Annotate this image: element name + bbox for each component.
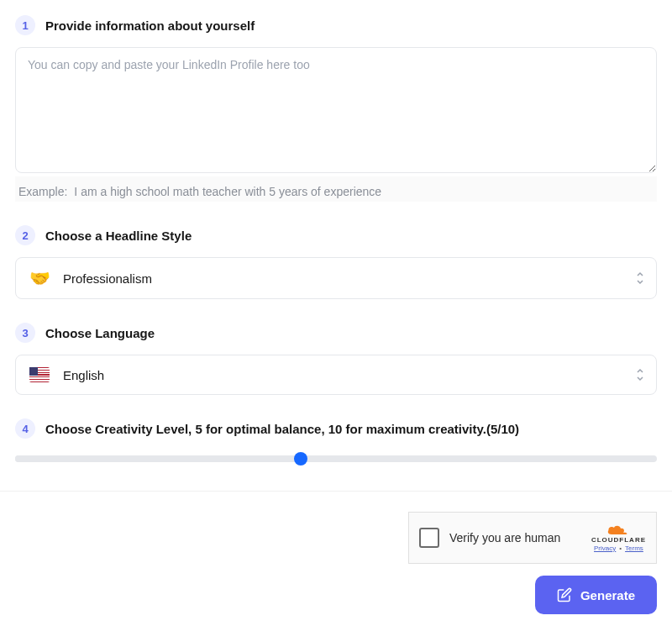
generate-label: Generate	[580, 588, 635, 602]
generate-button[interactable]: Generate	[535, 576, 657, 614]
captcha-privacy-link[interactable]: Privacy	[594, 544, 616, 552]
step-number-badge: 1	[15, 15, 35, 35]
section-header: 1 Provide information about yourself	[15, 15, 657, 35]
section-headline-style: 2 Choose a Headline Style 🤝 Professional…	[15, 225, 657, 299]
chevron-updown-icon	[636, 368, 644, 381]
dot-separator: •	[619, 544, 622, 552]
section-title: Choose Creativity Level, 5 for optimal b…	[45, 422, 519, 436]
language-selected-label: English	[63, 368, 643, 382]
section-title: Choose a Headline Style	[45, 229, 192, 243]
captcha-links: Privacy • Terms	[594, 544, 643, 552]
captcha-terms-link[interactable]: Terms	[625, 544, 643, 552]
about-textarea[interactable]	[15, 47, 657, 173]
section-title: Provide information about yourself	[45, 18, 255, 33]
example-text: I am a high school math teacher with 5 y…	[74, 185, 381, 198]
captcha-brand: CLOUDFLARE Privacy • Terms	[591, 523, 646, 552]
section-header: 3 Choose Language	[15, 323, 657, 343]
language-select[interactable]: English	[15, 355, 657, 395]
section-header: 2 Choose a Headline Style	[15, 225, 657, 245]
section-title: Choose Language	[45, 326, 155, 340]
headline-style-select[interactable]: 🤝 Professionalism	[15, 257, 657, 299]
slider-track	[15, 455, 336, 462]
divider	[0, 491, 672, 492]
handshake-icon: 🤝	[29, 270, 50, 287]
flag-us-icon	[29, 367, 50, 382]
step-number-badge: 3	[15, 323, 35, 343]
example-row: Example: I am a high school math teacher…	[15, 176, 657, 202]
captcha-checkbox[interactable]	[419, 528, 439, 548]
creativity-slider[interactable]	[15, 455, 657, 462]
section-header: 4 Choose Creativity Level, 5 for optimal…	[15, 418, 657, 439]
section-about-yourself: 1 Provide information about yourself Exa…	[15, 15, 657, 202]
cloudflare-wordmark: CLOUDFLARE	[591, 536, 646, 544]
creativity-slider-wrap	[15, 450, 657, 467]
captcha-widget: Verify you are human CLOUDFLARE Privacy …	[408, 512, 657, 564]
chevron-updown-icon	[636, 271, 644, 285]
section-creativity: 4 Choose Creativity Level, 5 for optimal…	[15, 418, 657, 467]
cloudflare-logo-icon	[606, 523, 630, 535]
step-number-badge: 2	[15, 225, 35, 245]
example-label: Example:	[18, 185, 67, 198]
captcha-text: Verify you are human	[449, 531, 581, 544]
generate-row: Generate	[15, 576, 657, 614]
section-language: 3 Choose Language English	[15, 323, 657, 395]
edit-icon	[557, 587, 572, 602]
step-number-badge: 4	[15, 418, 35, 439]
slider-thumb[interactable]	[294, 452, 307, 466]
headline-style-selected-label: Professionalism	[63, 271, 643, 286]
captcha-row: Verify you are human CLOUDFLARE Privacy …	[15, 512, 657, 564]
